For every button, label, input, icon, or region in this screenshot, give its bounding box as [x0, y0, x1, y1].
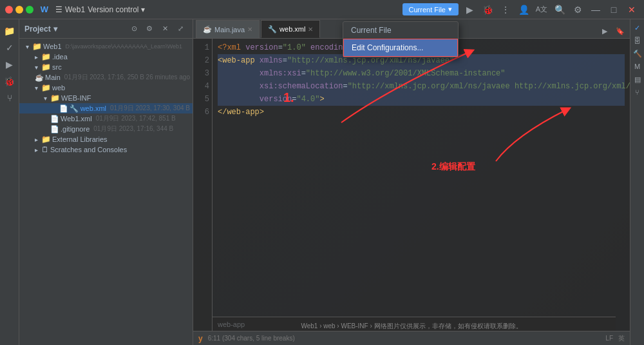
tree-item-src[interactable]: ▾ 📁 src	[19, 62, 193, 72]
minimize-icon[interactable]: —	[589, 3, 603, 17]
debug-icon[interactable]: 🐞	[480, 3, 495, 17]
dropdown-item-current-file[interactable]: Current File	[343, 22, 458, 39]
right-git-icon[interactable]: ⑂	[632, 86, 643, 98]
right-database-icon[interactable]: 🗄	[632, 35, 643, 46]
tree-item-webxml[interactable]: 📄 🔧 web.xml 01月9日 2023, 17:30, 304 B	[19, 103, 193, 113]
code-line-5: version="4.0">	[218, 93, 625, 106]
tree-arrow: ▾	[41, 95, 49, 102]
run-file-icon[interactable]: ▶	[598, 24, 612, 38]
xml-file-icon: 📄	[50, 115, 59, 123]
tree-label: Web1	[43, 43, 62, 50]
hamburger-icon[interactable]: ☰	[55, 5, 62, 14]
folder-icon: 📁	[41, 83, 51, 92]
tree-item-idea[interactable]: ▸ 📁 .idea	[19, 52, 193, 62]
line-number: 4	[198, 80, 209, 93]
tree-item-main[interactable]: ☕ Main 01月9日 2023, 17:16, 250 B 26 minut…	[19, 72, 193, 83]
tab-web-xml[interactable]: 🔧 web.xml ✕	[261, 20, 320, 38]
panel-expand-icon[interactable]: ⤢	[173, 22, 187, 36]
minimize-window-button[interactable]	[15, 6, 23, 14]
tree-label: web	[52, 84, 65, 92]
file-icon: 📄	[50, 125, 59, 133]
status-bar-right: LF 英	[605, 334, 625, 343]
tree-item-web[interactable]: ▾ 📁 web	[19, 83, 193, 93]
tree-label: Scratches and Consoles	[50, 146, 127, 153]
tree-label: .gitignore	[61, 125, 90, 133]
search-icon[interactable]: 🔍	[553, 3, 567, 17]
title-bar-menu: ☰ Web1 Version control ▾	[55, 5, 145, 14]
version-control-menu[interactable]: Version control ▾	[88, 5, 145, 14]
tab-close-main[interactable]: ✕	[247, 26, 252, 33]
right-npm-icon[interactable]: ▤	[632, 74, 643, 85]
tree-meta: 01月9日 2023, 17:16, 344 B	[93, 124, 173, 133]
folder-icon: 📁	[50, 94, 60, 103]
right-checkmark-icon[interactable]: ✓	[632, 22, 643, 34]
right-gradle-icon[interactable]: 🔨	[632, 48, 643, 59]
tab-label: web.xml	[279, 25, 305, 33]
java-file-icon: ☕	[35, 74, 44, 82]
tree-item-external-libs[interactable]: ▸ 📁 External Libraries	[19, 134, 193, 144]
tree-arrow: ▾	[32, 64, 40, 71]
translate-icon[interactable]: A文	[535, 3, 549, 17]
close-window-button[interactable]	[5, 6, 13, 14]
close-icon[interactable]: ✕	[625, 3, 639, 17]
tree-item-web1xml[interactable]: 📄 Web1.xml 01月9日 2023, 17:42, 851 B	[19, 113, 193, 124]
right-maven-icon[interactable]: M	[632, 61, 643, 72]
tab-bar-right: ▶ 🔖	[598, 24, 630, 38]
sidebar-git-icon[interactable]: ⑂	[2, 90, 17, 106]
tree-item-scratches[interactable]: ▸ 🗒 Scratches and Consoles	[19, 144, 193, 155]
line-number: 3	[198, 67, 209, 80]
tree-item-gitignore[interactable]: 📄 .gitignore 01月9日 2023, 17:16, 344 B	[19, 124, 193, 134]
code-line-3: xmlns:xsi="http://www.w3.org/2001/XMLSch…	[218, 67, 625, 80]
gear-icon[interactable]: ⚙	[142, 22, 156, 36]
java-tab-icon: ☕	[203, 25, 212, 34]
tree-label: 🔧 web.xml	[70, 104, 106, 113]
tree-item-webinf[interactable]: ▾ 📁 WEB-INF	[19, 93, 193, 103]
sidebar-debug-icon[interactable]: 🐞	[2, 74, 17, 89]
code-content[interactable]: <?xml version="1.0" encoding="UTF-8"?> <…	[213, 39, 630, 345]
breadcrumb-text: web-app	[218, 320, 245, 328]
tree-meta: D:\javaworkspace\AAAAAAAAA_Learn\Web1	[66, 43, 182, 50]
line-number: 2	[198, 54, 209, 67]
tree-meta: 01月9日 2023, 17:30, 304 B	[110, 104, 190, 113]
avatar-icon[interactable]: 👤	[516, 3, 531, 17]
tree-label: Web1.xml	[61, 115, 92, 123]
right-sidebar: ✓ 🗄 🔨 M ▤ ⑂	[630, 19, 644, 345]
xml-tab-icon: 🔧	[268, 25, 277, 34]
dropdown-item-edit-configurations[interactable]: Edit Configurations...	[343, 39, 458, 57]
project-panel: Project ▾ ⊙ ⚙ ✕ ⤢ ▾ 📁 Web1 D:\javaworksp…	[19, 19, 193, 345]
tab-main-java[interactable]: ☕ Main.java ✕	[196, 20, 260, 38]
sidebar-project-icon[interactable]: 📁	[2, 23, 17, 39]
sidebar-run-icon[interactable]: ▶	[2, 57, 17, 72]
panel-close-icon[interactable]: ✕	[158, 22, 172, 36]
tree-item-web1[interactable]: ▾ 📁 Web1 D:\javaworkspace\AAAAAAAAA_Lear…	[19, 41, 193, 52]
y-icon: y	[198, 334, 203, 343]
tree-arrow: ▸	[32, 136, 40, 143]
sidebar-commit-icon[interactable]: ✓	[2, 40, 17, 55]
dropdown-arrow-icon: ▾	[448, 5, 452, 14]
line-number: 5	[198, 93, 209, 106]
run-config-button[interactable]: Current File ▾	[402, 3, 459, 15]
status-bar: y 6:11 (304 chars, 5 line breaks) LF 英	[193, 331, 630, 345]
more-options-icon[interactable]: ⋮	[498, 3, 513, 17]
tree-arrow: ▾	[32, 84, 40, 92]
tab-close-webxml[interactable]: ✕	[308, 26, 313, 33]
build-icon[interactable]: ▶	[462, 3, 477, 17]
tree-meta: 01月9日 2023, 17:16, 250 B 26 minutes ago	[64, 73, 190, 82]
code-editor: 1 2 3 4 5 6 <?xml version="1.0" encoding…	[193, 39, 630, 345]
maximize-icon[interactable]: □	[607, 3, 621, 17]
editor-area: ☕ Main.java ✕ 🔧 web.xml ✕ ▶ 🔖 1 2 3 4 5	[193, 19, 630, 345]
folder-icon: 📁	[41, 52, 51, 61]
bookmark-icon[interactable]: 🔖	[613, 24, 627, 38]
project-panel-arrow[interactable]: ▾	[53, 25, 57, 34]
folder-icon: 🗒	[41, 145, 49, 154]
maximize-window-button[interactable]	[26, 6, 33, 14]
line-number: 6	[198, 106, 209, 119]
settings-icon[interactable]: ⚙	[571, 3, 585, 17]
locate-icon[interactable]: ⊙	[127, 22, 141, 36]
run-config-container: Current File ▾ Current File Edit Configu…	[402, 3, 459, 15]
folder-icon: 📁	[41, 63, 51, 72]
breadcrumb: web-app	[213, 317, 616, 331]
tree-meta: 01月9日 2023, 17:42, 851 B	[96, 114, 176, 123]
folder-icon: 📁	[32, 42, 42, 51]
tree-label: src	[52, 63, 62, 71]
